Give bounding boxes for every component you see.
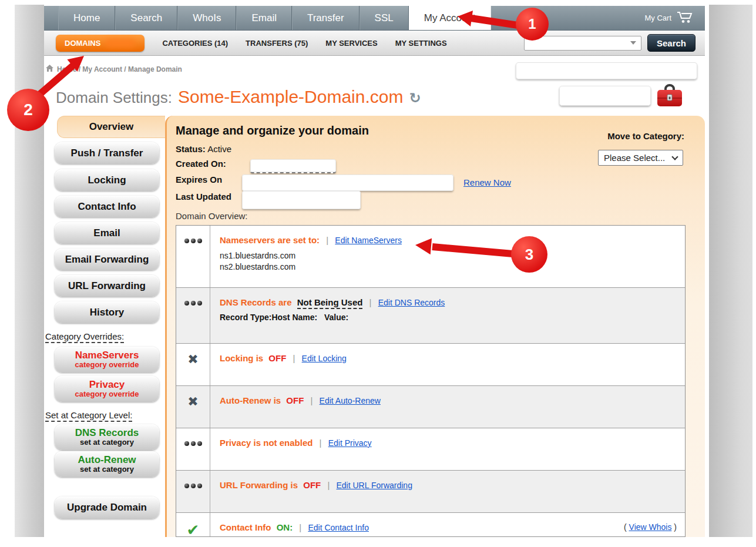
expires-on-label: Expires On xyxy=(176,174,222,184)
nameserver-1: ns1.bluestardns.com xyxy=(220,251,677,260)
row-autorenew: ✖ Auto-Renew is OFF | Edit Auto-Renew xyxy=(176,385,685,428)
whois-paren-close: ) xyxy=(674,522,677,532)
page-title: Domain Settings: Some-Example-Domain.com… xyxy=(56,87,421,107)
row-nameservers: Nameservers are set to: | Edit NameServe… xyxy=(176,226,685,287)
sidebar-item-url-forwarding[interactable]: URL Forwarding xyxy=(55,275,159,297)
panel-heading: Manage and organize your domain xyxy=(176,124,369,137)
edit-locking-link[interactable]: Edit Locking xyxy=(302,354,347,363)
row-content: URL Forwarding is OFF | Edit URL Forward… xyxy=(210,471,685,512)
sidebar-item-dns-records-category[interactable]: DNS Records set at category xyxy=(55,424,159,450)
divider: | xyxy=(311,395,313,405)
select-chevron-icon xyxy=(671,153,678,160)
row-privacy: Privacy is not enabled | Edit Privacy xyxy=(176,428,685,470)
sidebar-item-autorenew-category[interactable]: Auto-Renew set at category xyxy=(55,451,159,477)
autorenew-off-badge: OFF xyxy=(286,395,304,405)
nav-tab-my-account[interactable]: My Account xyxy=(409,6,491,30)
domain-overview-label: Domain Overview: xyxy=(176,211,248,221)
autorenew-category-sub: set at category xyxy=(80,465,134,474)
sidebar-item-overview[interactable]: Overview xyxy=(57,116,165,138)
subnav-categories[interactable]: CATEGORIES (14) xyxy=(162,39,228,48)
category-select[interactable]: Please Select... xyxy=(598,150,683,166)
nav-tab-home[interactable]: Home xyxy=(58,6,115,30)
nav-tab-transfer[interactable]: Transfer xyxy=(292,6,359,30)
page-title-prefix: Domain Settings: xyxy=(56,89,172,107)
sidebar-item-push-transfer[interactable]: Push / Transfer xyxy=(55,142,159,164)
redacted-created-date xyxy=(250,159,336,173)
refresh-icon[interactable]: ↻ xyxy=(409,90,421,106)
whois-paren-open: ( xyxy=(624,522,627,532)
last-updated-label: Last Updated xyxy=(176,192,231,202)
privacy-title: Privacy is not enabled xyxy=(220,438,313,448)
sidebar-item-locking[interactable]: Locking xyxy=(55,169,159,191)
status-label: Status: xyxy=(176,144,206,154)
edit-nameservers-link[interactable]: Edit NameServers xyxy=(335,236,402,245)
subnav-domains-button[interactable]: DOMAINS xyxy=(56,35,145,52)
row-content: Auto-Renew is OFF | Edit Auto-Renew xyxy=(210,386,685,428)
subnav-transfers[interactable]: TRANSFERS (75) xyxy=(246,39,308,48)
view-whois-wrap: ( View Whois ) xyxy=(624,522,677,532)
sidebar-item-email-forwarding[interactable]: Email Forwarding xyxy=(55,249,159,270)
edit-url-forwarding-link[interactable]: Edit URL Forwarding xyxy=(337,481,412,490)
sidebar-item-history[interactable]: History xyxy=(55,301,159,323)
redacted-expires-date xyxy=(242,174,453,191)
redacted-box-top xyxy=(516,62,697,79)
status-dots-icon xyxy=(176,226,210,287)
page-right-margin xyxy=(709,5,752,537)
status-dots-icon xyxy=(176,428,210,470)
row-content: Contact Info ON: | Edit Contact Info ( V… xyxy=(210,513,685,537)
nav-tab-email[interactable]: Email xyxy=(236,6,292,30)
top-nav: Home Search WhoIs Email Transfer SSL My … xyxy=(44,6,705,31)
page-left-margin xyxy=(15,5,44,537)
contact-info-title: Contact Info xyxy=(220,522,271,532)
renew-now-link[interactable]: Renew Now xyxy=(463,177,511,187)
url-forwarding-title: URL Forwarding is xyxy=(220,480,298,490)
view-whois-link[interactable]: View Whois xyxy=(629,522,672,532)
domain-overview-table: Nameservers are set to: | Edit NameServe… xyxy=(176,225,686,537)
locking-off-badge: OFF xyxy=(268,353,286,363)
toolbox-icon[interactable] xyxy=(656,83,684,111)
edit-autorenew-link[interactable]: Edit Auto-Renew xyxy=(320,396,381,405)
row-content: Privacy is not enabled | Edit Privacy xyxy=(210,428,685,470)
subnav-my-settings[interactable]: MY SETTINGS xyxy=(395,39,447,48)
row-content: Nameservers are set to: | Edit NameServe… xyxy=(210,226,685,287)
my-cart-label: My Cart xyxy=(645,14,672,22)
sidebar-item-contact-info[interactable]: Contact Info xyxy=(55,196,159,217)
created-on-line: Created On: xyxy=(176,159,226,169)
breadcrumb[interactable]: Home / My Account / Manage Domain xyxy=(46,65,182,73)
row-content: Locking is OFF | Edit Locking xyxy=(210,344,685,385)
sidebar-item-email[interactable]: Email xyxy=(55,222,159,244)
privacy-override-title: Privacy xyxy=(89,380,125,390)
nav-tab-ssl[interactable]: SSL xyxy=(359,6,409,30)
divider: | xyxy=(326,235,328,245)
edit-dns-records-link[interactable]: Edit DNS Records xyxy=(378,298,445,307)
search-combobox[interactable] xyxy=(524,36,641,51)
move-to-category-label: Move to Category: xyxy=(607,131,684,141)
status-value: Active xyxy=(207,144,231,154)
category-select-value: Please Select... xyxy=(604,153,665,163)
edit-privacy-link[interactable]: Edit Privacy xyxy=(328,438,372,448)
sidebar-item-upgrade-domain[interactable]: Upgrade Domain xyxy=(55,496,159,519)
nameservers-override-title: NameServers xyxy=(75,350,139,361)
subnav-my-services[interactable]: MY SERVICES xyxy=(325,39,377,48)
divider: | xyxy=(293,353,295,363)
dns-title: DNS Records are xyxy=(220,297,292,307)
nav-tab-search[interactable]: Search xyxy=(115,6,177,30)
combobox-dropdown-icon xyxy=(630,41,636,45)
page-title-domain: Some-Example-Domain.com xyxy=(178,87,403,107)
status-x-icon: ✖ xyxy=(176,386,210,428)
redacted-box-title xyxy=(559,86,651,106)
privacy-override-sub: category override xyxy=(75,390,139,398)
redacted-updated-date xyxy=(242,191,361,209)
search-button[interactable]: Search xyxy=(647,34,695,52)
url-forwarding-off-badge: OFF xyxy=(303,480,321,490)
redacted-count-smudge xyxy=(105,39,136,48)
nameservers-override-sub: category override xyxy=(75,361,139,369)
sidebar-item-nameservers-override[interactable]: NameServers category override xyxy=(55,347,159,373)
expires-on-line: Expires On xyxy=(176,174,222,184)
sidebar-item-privacy-override[interactable]: Privacy category override xyxy=(55,376,159,402)
edit-contact-info-link[interactable]: Edit Contact Info xyxy=(308,523,369,532)
row-contact-info: ✔ Contact Info ON: | Edit Contact Info (… xyxy=(176,512,685,537)
my-cart[interactable]: My Cart xyxy=(645,6,705,30)
status-dots-icon xyxy=(176,288,210,343)
nav-tab-whois[interactable]: WhoIs xyxy=(177,6,236,30)
